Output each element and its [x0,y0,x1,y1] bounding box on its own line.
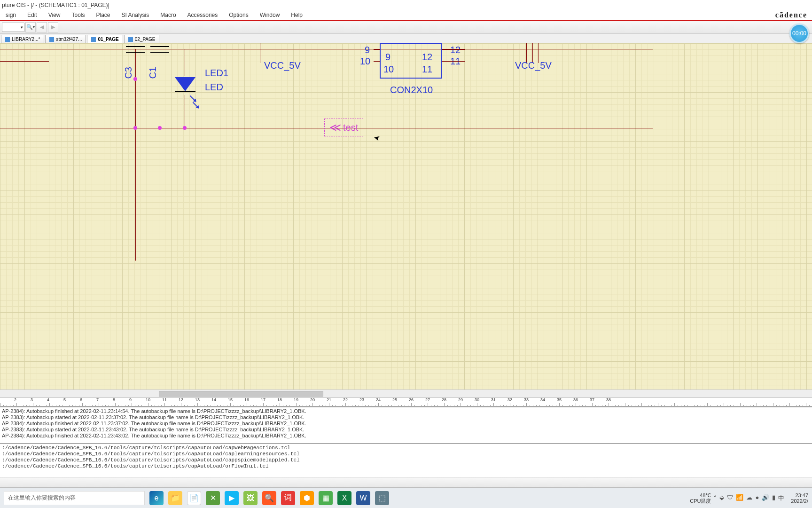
ruler-tick: 30 [475,397,479,402]
notepad-icon[interactable]: 📄 [187,491,201,505]
menu-accessories[interactable]: Accessories [182,10,224,20]
volume-icon[interactable]: 🔊 [762,494,769,502]
ruler-tick: 22 [343,397,348,402]
menu-place[interactable]: Place [91,10,116,20]
toolbar: 🔍▾ ◀ ▶ 00:00 [0,21,812,34]
junction [133,126,137,130]
menu-view[interactable]: View [43,10,66,20]
excel-icon[interactable]: X [337,491,351,505]
timer-badge[interactable]: 00:00 [789,24,809,43]
session-log[interactable]: AP-2384): Autobackup finished at 2022-02… [0,406,812,443]
app-icon[interactable]: ⬢ [300,491,314,505]
taskbar-search[interactable]: 在这里输入你要搜索的内容 [4,491,145,505]
ruler-tick: 26 [409,397,414,402]
wire [0,61,49,62]
ruler-tick: 27 [425,397,430,402]
app-icon[interactable]: ▦ [319,491,333,505]
capacitor-plate [150,52,169,53]
schematic-content: 9 10 9 10 12 11 12 11 C3 C1 LED1 LED VCC… [0,43,812,397]
nav-forward-button[interactable]: ▶ [48,22,58,32]
capacitor-plate [150,46,169,47]
ruler-tick: 31 [491,397,496,402]
tab-01-page[interactable]: 01_PAGE [87,35,123,43]
value-led[interactable]: LED [205,82,223,93]
value-con2x10[interactable]: CON2X10 [390,85,433,95]
menu-window[interactable]: Window [254,10,286,20]
clock-time: 23:47 [791,492,808,498]
file-icon [49,37,54,42]
ruler-tick: 18 [277,397,282,402]
explorer-icon[interactable]: 📁 [168,491,182,505]
app-icon[interactable]: ▶ [225,491,239,505]
menu-design[interactable]: sign [0,10,22,20]
app-icon[interactable]: ✕ [206,491,220,505]
pin-number: 9 [365,45,370,56]
capacitor-plate [126,46,145,47]
titlebar: pture CIS - [/ - (SCHEMATIC1 : 01_PAGE)] [0,0,812,10]
menu-macro[interactable]: Macro [155,10,181,20]
app-icon[interactable]: 🖼 [243,491,258,505]
cpu-temp: 48℃ [690,492,711,498]
log-line: AP-2383): Autobackup started at 2022-02-… [2,414,810,421]
status-bar [0,477,812,487]
offpage-connector-test[interactable]: test [324,119,363,136]
ruler-tick: 13 [195,397,200,402]
tcl-console[interactable]: :/cadence/Cadence/Cadence_SPB_16.6/tools… [0,443,812,477]
menu-si-analysis[interactable]: SI Analysis [116,10,155,20]
tab-stm32[interactable]: stm32f427... [45,35,86,43]
app-icon[interactable]: 🔍 [262,491,276,505]
wire [374,49,380,50]
menu-edit[interactable]: Edit [22,10,43,20]
refdes-c3[interactable]: C3 [123,67,134,79]
menu-options[interactable]: Options [223,10,254,20]
scrollbar-thumb[interactable] [159,391,323,397]
edge-icon[interactable]: e [149,491,164,505]
tray-icon[interactable]: ☁ [746,494,752,502]
refdes-c1[interactable]: C1 [148,67,158,79]
system-tray[interactable]: 48℃ CPU温度 ˄ ⬙ 🛡 📶 ☁ ● 🔊 ▮ 中 23:47 2022/2… [690,492,808,504]
ruler-tick: 14 [211,397,216,402]
ime-icon[interactable]: 中 [778,494,784,502]
find-button[interactable]: 🔍▾ [25,22,36,32]
tray-icons[interactable]: ⬙ 🛡 📶 ☁ ● 🔊 ▮ 中 [719,494,784,502]
net-vcc-5v-left[interactable]: VCC_5V [264,60,301,71]
pin-number: 9 [385,52,390,63]
led-symbol[interactable] [175,77,195,91]
wire [160,49,160,128]
tray-icon[interactable]: ⬙ [719,494,724,502]
battery-icon[interactable]: ▮ [772,494,775,502]
tab-label: stm32f427... [56,37,82,42]
tray-icon[interactable]: ● [755,494,759,502]
word-icon[interactable]: W [356,491,370,505]
wire [374,61,380,62]
app-icon[interactable]: 词 [281,491,295,505]
ruler-tick: 8 [113,397,115,402]
nav-back-button[interactable]: ◀ [37,22,47,32]
refdes-led1[interactable]: LED1 [205,68,228,79]
ruler-tick: 35 [557,397,562,402]
schematic-canvas[interactable]: 9 10 9 10 12 11 12 11 C3 C1 LED1 LED VCC… [0,43,812,397]
tcl-line: :/cadence/Cadence/Cadence_SPB_16.6/tools… [2,457,810,463]
clock-date: 2022/2/ [791,498,808,504]
pin-number: 12 [450,45,461,56]
tab-02-page[interactable]: 02_PAGE [124,35,160,43]
ruler: 2 3 4 5 6 7 8 9 10 11 12 13 14 15 16 17 … [0,397,812,406]
ruler-tick: 29 [458,397,463,402]
tab-library2[interactable]: LIBRARY2...* [1,35,44,43]
ruler-tick: 17 [261,397,265,402]
net-vcc-5v-right[interactable]: VCC_5V [515,60,552,71]
tab-label: LIBRARY2...* [12,37,40,42]
tray-icon[interactable]: 🛡 [727,494,733,502]
tab-label: 01_PAGE [98,37,118,42]
horizontal-scrollbar[interactable] [0,389,812,397]
menu-help[interactable]: Help [285,10,308,20]
file-icon [128,37,133,42]
app-icon[interactable]: ⬚ [375,491,389,505]
chevron-up-icon[interactable]: ˄ [714,495,717,501]
ruler-tick: 5 [63,397,66,402]
ruler-tick: 36 [573,397,578,402]
ruler-tick: 20 [310,397,315,402]
menu-tools[interactable]: Tools [66,10,91,20]
zoom-combo[interactable] [2,23,24,32]
wifi-icon[interactable]: 📶 [736,494,743,502]
